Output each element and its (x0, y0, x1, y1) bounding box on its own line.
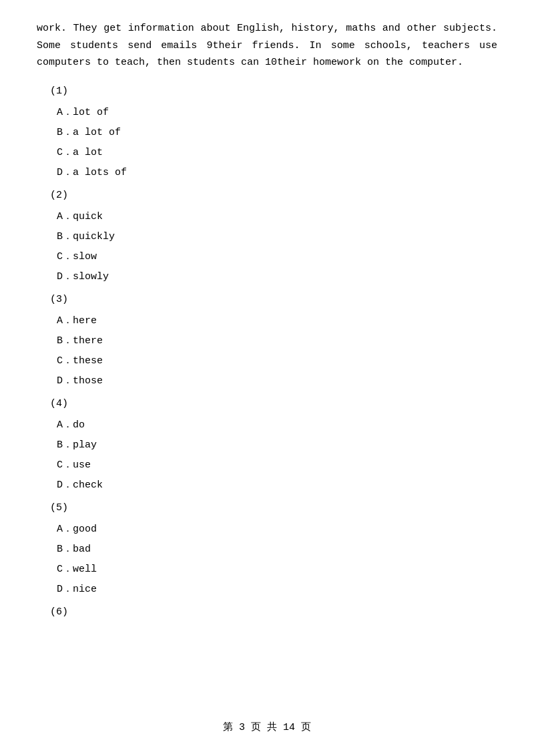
question-number-1: (1) (50, 83, 497, 100)
question-2-option-4[interactable]: D．slowly (57, 269, 497, 285)
intro-paragraph: work. They get information about English… (37, 23, 497, 68)
question-4-option-2[interactable]: B．play (57, 437, 497, 453)
question-number-3: (3) (50, 292, 497, 308)
question-1-option-3[interactable]: C．a lot (57, 145, 497, 161)
question-number-2: (2) (50, 188, 497, 204)
question-block-2: (2)A．quickB．quicklyC．slowD．slowly (37, 188, 497, 285)
footer-text: 第 3 页 共 14 页 (223, 722, 311, 733)
question-block-4: (4)A．doB．playC．useD．check (37, 396, 497, 494)
question-2-option-1[interactable]: A．quick (57, 209, 497, 225)
question-4-option-3[interactable]: C．use (57, 457, 497, 474)
question-1-option-2[interactable]: B．a lot of (57, 125, 497, 141)
question-block-3: (3)A．hereB．thereC．theseD．those (37, 292, 497, 389)
page-container: work. They get information about English… (0, 0, 534, 756)
question-4-option-1[interactable]: A．do (57, 417, 497, 433)
question-1-option-1[interactable]: A．lot of (57, 105, 497, 121)
question-5-option-3[interactable]: C．well (57, 562, 497, 578)
page-footer: 第 3 页 共 14 页 (0, 720, 534, 736)
question-1-option-4[interactable]: D．a lots of (57, 165, 497, 181)
question-3-option-4[interactable]: D．those (57, 373, 497, 389)
questions-container: (1)A．lot ofB．a lot ofC．a lotD．a lots of(… (37, 83, 497, 620)
question-5-option-4[interactable]: D．nice (57, 582, 497, 598)
question-2-option-2[interactable]: B．quickly (57, 229, 497, 245)
question-5-option-2[interactable]: B．bad (57, 542, 497, 558)
question-number-5: (5) (50, 500, 497, 516)
question-block-6: (6) (37, 604, 497, 620)
question-block-5: (5)A．goodB．badC．wellD．nice (37, 500, 497, 598)
question-number-6: (6) (50, 604, 497, 620)
question-4-option-4[interactable]: D．check (57, 478, 497, 494)
question-3-option-3[interactable]: C．these (57, 353, 497, 369)
question-block-1: (1)A．lot ofB．a lot ofC．a lotD．a lots of (37, 83, 497, 181)
question-5-option-1[interactable]: A．good (57, 522, 497, 538)
question-3-option-1[interactable]: A．here (57, 313, 497, 329)
intro-text: work. They get information about English… (37, 20, 497, 71)
question-2-option-3[interactable]: C．slow (57, 249, 497, 265)
question-3-option-2[interactable]: B．there (57, 333, 497, 349)
question-number-4: (4) (50, 396, 497, 412)
